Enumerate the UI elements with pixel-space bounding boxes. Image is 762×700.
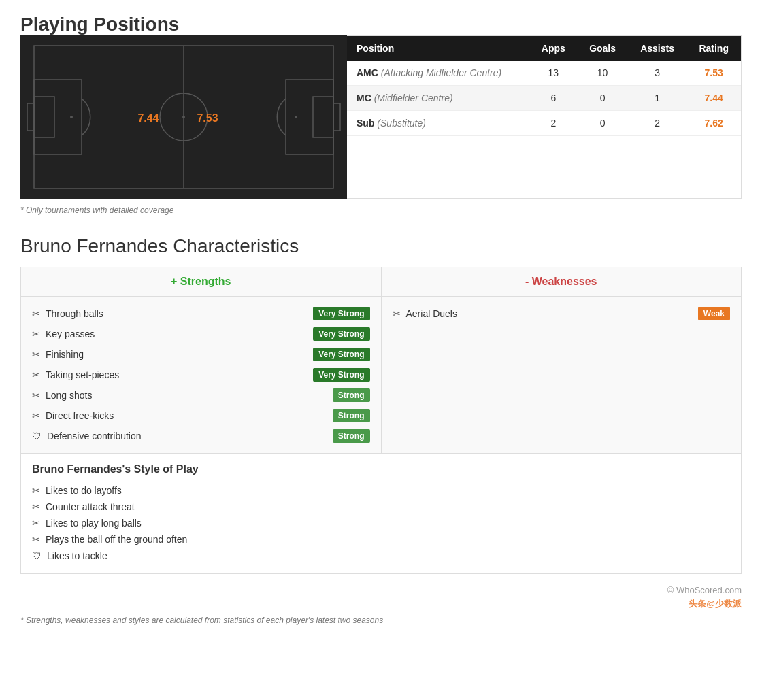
strength-item: ✂ Key passes Very Strong — [32, 324, 370, 344]
weakness-label: Aerial Duels — [406, 308, 457, 319]
strength-badge: Very Strong — [313, 327, 369, 341]
strength-item: 🛡 Defensive contribution Strong — [32, 426, 370, 446]
position-short: Sub — [357, 118, 374, 129]
positions-container: 7.44 7.53 Position Apps Goals Assists Ra… — [20, 35, 742, 199]
style-icon: ✂ — [32, 501, 40, 512]
strength-item-left: 🛡 Defensive contribution — [32, 431, 142, 441]
strength-item-left: ✂ Key passes — [32, 329, 95, 339]
playing-positions-title: Playing Positions — [20, 14, 742, 35]
position-short: AMC — [357, 67, 378, 78]
strength-item-left: ✂ Through balls — [32, 308, 103, 319]
rating-cell: 7.62 — [686, 111, 741, 136]
goals-cell: 10 — [577, 61, 627, 86]
goals-cell: 0 — [577, 111, 627, 136]
style-icon: ✂ — [32, 518, 40, 529]
minus-icon: - — [525, 276, 529, 287]
whoscored-credit: © WhoScored.com — [667, 585, 742, 595]
style-label: Plays the ball off the ground often — [46, 534, 187, 545]
strength-item: ✂ Direct free-kicks Strong — [32, 405, 370, 426]
assists-cell: 1 — [628, 86, 687, 111]
apps-cell: 6 — [529, 86, 577, 111]
strength-badge: Strong — [333, 409, 370, 422]
disclaimer: * Strengths, weaknesses and styles are c… — [20, 616, 742, 625]
strength-label: Defensive contribution — [47, 431, 142, 441]
col-header-rating: Rating — [686, 36, 741, 61]
strength-item-left: ✂ Taking set-pieces — [32, 369, 119, 380]
table-row: Sub (Substitute) 2 0 2 7.62 — [347, 111, 741, 136]
strength-label: Key passes — [46, 329, 95, 339]
strength-label: Through balls — [46, 308, 103, 319]
position-full: (Attacking Midfielder Centre) — [381, 67, 501, 78]
plus-icon: + — [171, 276, 177, 287]
strength-item-left: ✂ Finishing — [32, 349, 84, 360]
weakness-icon: ✂ — [393, 308, 401, 319]
strength-item: ✂ Long shots Strong — [32, 385, 370, 405]
svg-text:7.44: 7.44 — [137, 112, 159, 124]
positions-table: Position Apps Goals Assists Rating AMC (… — [347, 36, 741, 136]
strength-icon: ✂ — [32, 329, 40, 339]
style-label: Likes to play long balls — [46, 518, 142, 529]
svg-point-8 — [70, 116, 73, 118]
style-label: Likes to tackle — [47, 550, 107, 561]
col-header-goals: Goals — [577, 36, 627, 61]
strength-label: Finishing — [46, 349, 84, 360]
weakness-item: ✂ Aerial Duels Weak — [393, 303, 731, 324]
strength-item-left: ✂ Long shots — [32, 390, 93, 401]
style-icon: 🛡 — [32, 550, 42, 561]
positions-table-wrapper: Position Apps Goals Assists Rating AMC (… — [347, 35, 742, 199]
rating-cell: 7.53 — [686, 61, 741, 86]
style-label: Counter attack threat — [46, 501, 135, 512]
strength-icon: ✂ — [32, 349, 40, 360]
style-box: Bruno Fernandes's Style of Play ✂ Likes … — [20, 454, 742, 574]
strength-icon: ✂ — [32, 390, 40, 401]
strength-badge: Very Strong — [313, 307, 369, 320]
strength-badge: Strong — [333, 429, 370, 443]
assists-cell: 2 — [628, 111, 687, 136]
strength-label: Long shots — [46, 390, 93, 401]
goals-cell: 0 — [577, 86, 627, 111]
apps-cell: 13 — [529, 61, 577, 86]
strength-label: Taking set-pieces — [46, 369, 119, 380]
col-header-position: Position — [347, 36, 529, 61]
style-item: ✂ Counter attack threat — [32, 499, 730, 515]
weakness-item-left: ✂ Aerial Duels — [393, 308, 457, 319]
position-full: (Midfielder Centre) — [374, 93, 453, 103]
strength-badge: Very Strong — [313, 348, 369, 361]
style-icon: ✂ — [32, 534, 40, 545]
position-short: MC — [357, 93, 371, 103]
style-item: ✂ Plays the ball off the ground often — [32, 531, 730, 548]
svg-point-12 — [295, 116, 297, 118]
characteristics-title: Bruno Fernandes Characteristics — [20, 235, 742, 257]
style-label: Likes to do layoffs — [46, 485, 122, 496]
toutiao-credit: 头条@少数派 — [689, 598, 742, 610]
strength-item-left: ✂ Direct free-kicks — [32, 410, 114, 421]
style-item: ✂ Likes to play long balls — [32, 515, 730, 531]
position-cell: AMC (Attacking Midfielder Centre) — [347, 61, 529, 86]
characteristics-box: + Strengths - Weaknesses ✂ Through balls… — [20, 267, 742, 454]
weaknesses-column: ✂ Aerial Duels Weak — [382, 297, 742, 453]
char-body: ✂ Through balls Very Strong ✂ Key passes… — [21, 297, 741, 453]
weaknesses-header: - Weaknesses — [382, 267, 742, 296]
strength-badge: Very Strong — [313, 368, 369, 382]
svg-text:7.53: 7.53 — [197, 112, 218, 124]
strength-item: ✂ Through balls Very Strong — [32, 303, 370, 324]
position-full: (Substitute) — [377, 118, 426, 129]
style-title: Bruno Fernandes's Style of Play — [32, 463, 730, 476]
strengths-header: + Strengths — [21, 267, 382, 296]
style-icon: ✂ — [32, 485, 40, 496]
pitch-area: 7.44 7.53 — [20, 35, 347, 199]
assists-cell: 3 — [628, 61, 687, 86]
rating-cell: 7.44 — [686, 86, 741, 111]
weakness-badge: Weak — [698, 307, 730, 320]
coverage-note: * Only tournaments with detailed coverag… — [20, 205, 742, 215]
strength-label: Direct free-kicks — [46, 410, 114, 421]
strength-badge: Strong — [333, 388, 370, 402]
strength-item: ✂ Finishing Very Strong — [32, 344, 370, 365]
strength-item: ✂ Taking set-pieces Very Strong — [32, 365, 370, 385]
svg-point-4 — [182, 116, 185, 118]
footer-area: © WhoScored.com 头条@少数派 — [20, 585, 742, 610]
char-header: + Strengths - Weaknesses — [21, 267, 741, 297]
strengths-column: ✂ Through balls Very Strong ✂ Key passes… — [21, 297, 382, 453]
col-header-assists: Assists — [628, 36, 687, 61]
style-item: ✂ Likes to do layoffs — [32, 482, 730, 499]
